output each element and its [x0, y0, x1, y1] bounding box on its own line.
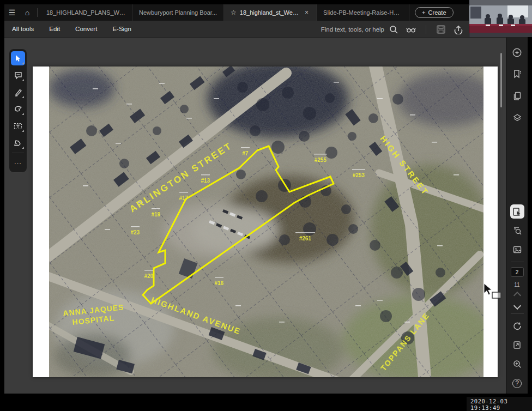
current-page-input[interactable]: 2 — [511, 267, 524, 277]
menu-convert[interactable]: Convert — [68, 26, 105, 32]
pdf-page[interactable]: ARLINGTON STREET HIGH STREET HIGHLAND AV… — [33, 67, 498, 377]
parcel-label: #19 — [152, 211, 161, 217]
parcel-label: #13 — [201, 178, 210, 184]
menu-esign[interactable]: E-Sign — [105, 26, 139, 32]
export-icon — [512, 340, 522, 350]
parcel-label: #253 — [353, 172, 365, 178]
tab-slide-pb-meeting[interactable]: Slide-PB-Meeting-Raise-Han... — [317, 4, 409, 21]
stamp-tool-button[interactable] — [11, 136, 25, 150]
search-label: Find text, tools, or help — [321, 26, 384, 33]
page-display-tool-button[interactable] — [510, 204, 524, 219]
tab-bar: ☰ ⌂ 18_HIGHLAND_PLANS_We... Newburyport … — [4, 4, 528, 21]
add-text-tool-button[interactable] — [11, 119, 25, 133]
image-icon — [512, 245, 522, 255]
parcel-label: #20 — [144, 273, 154, 279]
more-tools-icon: ··· — [14, 160, 22, 166]
more-tools-button[interactable]: ··· — [11, 156, 25, 170]
parcel-label: #16 — [215, 280, 224, 286]
tab-highland-st-active[interactable]: ☆ 18_highland_st_Wed_D... × — [224, 4, 317, 21]
parcel-label: #23 — [131, 229, 140, 235]
previous-page-button chevron-up-icon[interactable] — [513, 292, 521, 299]
home-icon[interactable]: ⌂ — [20, 8, 35, 17]
aerial-map: ARLINGTON STREET HIGH STREET HIGHLAND AV… — [49, 67, 483, 377]
parcel-label: #7 — [242, 150, 249, 156]
text-box-icon — [14, 122, 22, 130]
stamp-icon — [14, 139, 22, 147]
menu-edit[interactable]: Edit — [41, 26, 68, 32]
tab-label: 18_HIGHLAND_PLANS_We... — [46, 9, 125, 16]
document-canvas: ARLINGTON STREET HIGH STREET HIGHLAND AV… — [4, 38, 506, 394]
next-page-button chevron-down-icon[interactable] — [513, 302, 521, 310]
select-tool-button[interactable] — [11, 51, 25, 65]
select-arrow-icon — [14, 55, 22, 62]
search-document-button[interactable] — [510, 223, 524, 238]
plus-icon: + — [422, 9, 425, 16]
ai-assistant-icon — [512, 47, 522, 58]
highlight-tool-button[interactable] — [11, 85, 25, 99]
search-field[interactable]: Find text, tools, or help — [321, 25, 398, 34]
pages-icon — [512, 91, 522, 101]
quick-tools-palette: ··· — [9, 49, 27, 173]
hamburger-menu-icon[interactable]: ☰ — [4, 8, 20, 17]
timestamp-text: 2020-12-03 19:13:49 — [470, 398, 507, 411]
right-sidebar: 2 11 — [506, 38, 528, 394]
meeting-room-scene — [469, 0, 532, 37]
total-pages-label: 11 — [514, 282, 519, 288]
tab-highland-plans[interactable]: 18_HIGHLAND_PLANS_We... — [40, 4, 132, 21]
layers-button[interactable] — [510, 111, 524, 125]
lasso-icon — [14, 105, 22, 113]
layers-icon — [512, 113, 522, 123]
help-icon: ? — [512, 379, 522, 388]
page-pointer-icon — [512, 207, 522, 216]
draw-tool-button[interactable] — [11, 102, 25, 116]
page-thumbnails-button[interactable] — [510, 89, 524, 103]
ai-assistant-button[interactable] — [510, 45, 524, 59]
snapshot-image-button[interactable] — [510, 243, 524, 257]
current-page-value: 2 — [516, 269, 519, 275]
zoom-button[interactable] — [510, 357, 524, 371]
tab-label: Newburyport Planning Boar... — [139, 9, 217, 16]
page-search-icon — [512, 226, 522, 235]
pen-icon — [14, 88, 22, 96]
export-snapshot-button[interactable] — [510, 338, 524, 352]
divider — [426, 25, 426, 34]
parcel-label: #17 — [179, 195, 189, 201]
tab-newburyport-planning[interactable]: Newburyport Planning Boar... — [132, 4, 224, 21]
vertical-scrollbar[interactable] — [500, 53, 502, 107]
parcel-label: #261 — [299, 235, 312, 241]
meeting-video-overlay[interactable] — [469, 0, 532, 37]
comment-tool-button[interactable] — [11, 68, 25, 82]
comment-icon — [14, 71, 22, 80]
close-icon[interactable]: × — [304, 9, 310, 16]
parcel-label: #255 — [315, 157, 327, 163]
share-icon[interactable] — [454, 25, 463, 34]
divider — [511, 262, 524, 262]
divider — [37, 8, 38, 17]
search-icon[interactable] — [389, 25, 398, 34]
tab-label: 18_highland_st_Wed_D... — [240, 9, 300, 16]
tab-label: Slide-PB-Meeting-Raise-Han... — [323, 9, 402, 16]
create-button-label: Create — [428, 9, 446, 16]
save-icon[interactable] — [436, 25, 446, 34]
star-icon[interactable]: ☆ — [231, 9, 237, 16]
bookmarks-button[interactable] — [510, 67, 524, 81]
create-button[interactable]: + Create — [415, 7, 453, 18]
divider — [12, 153, 24, 153]
content-area: ARLINGTON STREET HIGH STREET HIGHLAND AV… — [4, 38, 528, 394]
recording-timestamp: 2020-12-03 19:13:49 — [467, 397, 532, 411]
acrobat-window: ☰ ⌂ 18_HIGHLAND_PLANS_We... Newburyport … — [4, 4, 528, 394]
toolbar: All tools Edit Convert E-Sign Find text,… — [4, 21, 528, 38]
zoom-in-icon — [512, 359, 522, 369]
rotate-page-button[interactable] — [510, 319, 524, 333]
menu-all-tools[interactable]: All tools — [4, 26, 41, 32]
read-aloud-icon[interactable] — [406, 25, 416, 34]
rotate-icon — [512, 321, 522, 331]
divider — [511, 313, 524, 314]
bookmark-icon — [512, 69, 522, 79]
help-button[interactable]: ? — [510, 376, 524, 390]
